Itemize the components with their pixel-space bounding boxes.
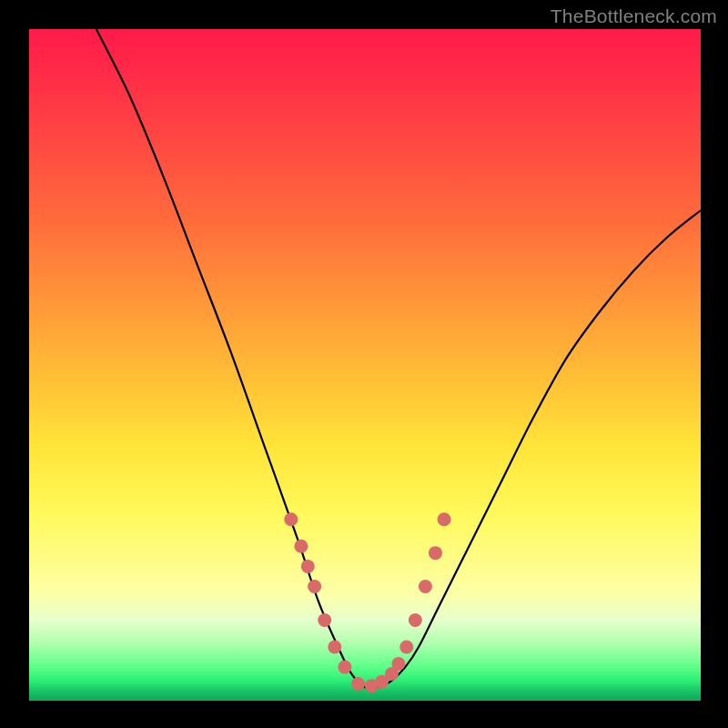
highlight-point — [308, 580, 321, 593]
highlight-point — [391, 657, 405, 671]
highlight-point — [338, 661, 351, 674]
highlight-point — [294, 540, 308, 553]
highlight-point — [351, 677, 365, 691]
watermark-text: TheBottleneck.com — [551, 5, 717, 27]
curve-path — [96, 29, 701, 689]
highlight-point — [438, 512, 451, 526]
highlight-point — [429, 546, 442, 560]
highlight-point — [409, 613, 422, 627]
highlight-point — [419, 580, 432, 593]
highlight-point — [399, 640, 413, 653]
bottleneck-curve — [96, 29, 701, 689]
chart-stage: TheBottleneck.com — [0, 0, 728, 728]
highlight-point — [301, 560, 315, 573]
chart-svg — [29, 29, 701, 701]
highlight-point — [284, 512, 298, 526]
highlight-point — [328, 640, 341, 653]
chart-plot-area — [29, 29, 701, 701]
highlight-point — [318, 613, 331, 627]
highlight-points — [284, 512, 450, 693]
